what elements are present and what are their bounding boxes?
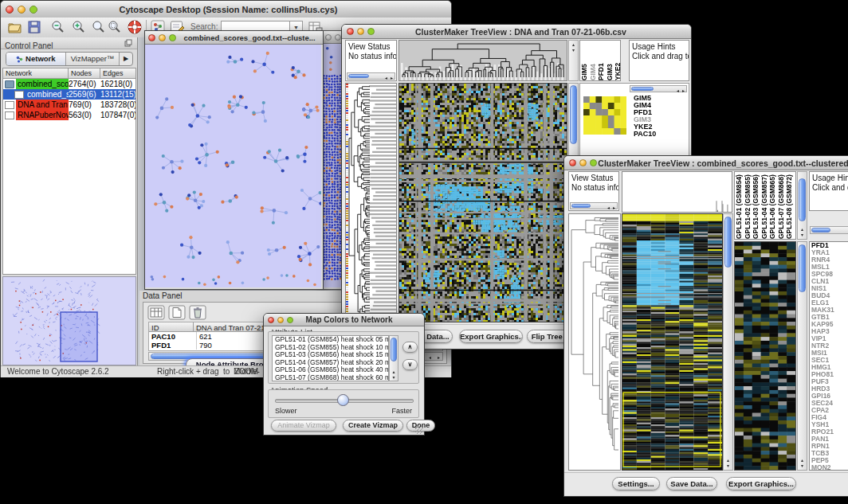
- attribute-list-item[interactable]: GPL51-07 (GSM868) heat shock 60 min: [273, 374, 388, 381]
- tv2-hints-hscrollbar[interactable]: [810, 226, 848, 234]
- scroll-thumb[interactable]: [570, 85, 577, 144]
- scroll-up-arrow[interactable]: ▴: [798, 458, 807, 463]
- tv2-heatmap[interactable]: [622, 213, 723, 471]
- scroll-thumb[interactable]: [724, 217, 732, 268]
- scroll-up-arrow[interactable]: ▴: [724, 458, 732, 463]
- minimize-button[interactable]: [357, 28, 364, 35]
- select-attributes-icon[interactable]: [147, 305, 165, 320]
- zoom-selected-icon[interactable]: [91, 20, 105, 34]
- tv1-column-dendrogram-canvas[interactable]: [399, 41, 567, 80]
- attribute-list-vscrollbar[interactable]: ▴ ▾: [389, 335, 398, 381]
- scroll-left-arrow[interactable]: ◂: [385, 75, 387, 80]
- scroll-down-arrow[interactable]: ▾: [798, 463, 807, 468]
- tv1-genes-hscrollbar[interactable]: ◂ ▸: [630, 85, 687, 92]
- dialog-titlebar[interactable]: Map Colors to Network: [264, 314, 424, 326]
- tv1-mini-heatmap-canvas[interactable]: [583, 96, 626, 135]
- scroll-right-arrow[interactable]: ▸: [682, 88, 685, 93]
- speed-slider-thumb[interactable]: [337, 394, 349, 406]
- treeview1-titlebar[interactable]: ClusterMaker TreeView : DNA and Tran 07-…: [342, 25, 691, 39]
- tv1-heatmap-canvas[interactable]: [399, 84, 567, 322]
- tv1-column-labels[interactable]: GIM5GIM4PFD1GIM3YKE2PAC10: [579, 40, 621, 81]
- minimize-button[interactable]: [335, 34, 341, 41]
- network-overview-canvas[interactable]: [3, 277, 135, 365]
- scroll-up-arrow[interactable]: ▴: [569, 42, 578, 47]
- scroll-left-arrow[interactable]: ◂: [677, 88, 679, 93]
- tv2-row-dendrogram-canvas[interactable]: [569, 214, 620, 470]
- scroll-up-arrow[interactable]: ▴: [390, 369, 398, 374]
- minimize-button[interactable]: [159, 34, 166, 41]
- attr-col-id[interactable]: ID: [149, 322, 194, 332]
- tv1-label-scroll-strip[interactable]: ▴ ▾: [568, 40, 579, 81]
- scroll-right-arrow[interactable]: ▸: [391, 75, 393, 80]
- tv2-status-hscrollbar[interactable]: ◂ ▸: [570, 202, 618, 209]
- gene-label[interactable]: PAC10: [634, 131, 656, 138]
- col-header-edges[interactable]: Edges: [100, 68, 135, 79]
- scroll-right-arrow[interactable]: ▸: [613, 205, 615, 210]
- close-button[interactable]: [325, 34, 332, 41]
- scroll-down-arrow[interactable]: ▾: [724, 463, 732, 468]
- column-label[interactable]: GPL51-02 (GSM855): [744, 172, 752, 239]
- tv2-heatmap-vscrollbar[interactable]: ▴ ▾: [723, 213, 733, 471]
- column-label[interactable]: PFD1: [597, 41, 606, 80]
- main-titlebar[interactable]: Cytoscape Desktop (Session Name: collins…: [1, 1, 451, 18]
- zoom-button[interactable]: [287, 317, 293, 323]
- network-overview-panel[interactable]: [2, 276, 136, 365]
- column-label[interactable]: GPL51-01 (GSM854): [735, 172, 744, 239]
- treeview2-titlebar[interactable]: ClusterMaker TreeView : combined_scores_…: [564, 156, 848, 170]
- tv1-heatmap[interactable]: [398, 83, 567, 322]
- tv1-row-dendrogram[interactable]: [345, 83, 397, 322]
- column-label[interactable]: GPL51-07 (GSM868): [777, 172, 786, 239]
- minimize-button[interactable]: [18, 6, 26, 14]
- resize-grip[interactable]: [415, 426, 423, 434]
- tv2-export-graphics-button[interactable]: Export Graphics...: [726, 477, 796, 490]
- tab-vizmapper[interactable]: VizMapper™: [66, 53, 120, 65]
- zoom-button[interactable]: [367, 28, 375, 35]
- scroll-down-arrow[interactable]: ▾: [798, 232, 807, 237]
- zoom-out-icon[interactable]: [50, 20, 65, 34]
- tv2-gene-list[interactable]: PFD1YRA1RNR4MSL1SPC98CLN1NIS1BUD4ELG1MAK…: [809, 241, 848, 471]
- tv2-settings-button[interactable]: Settings...: [612, 477, 660, 490]
- tab-overflow-arrow[interactable]: ▶: [120, 53, 132, 65]
- network-row[interactable]: combined_scores2764(0)16218(0): [3, 79, 135, 89]
- tv1-row-dendrogram-canvas[interactable]: [346, 84, 396, 322]
- tv2-heatmap-canvas[interactable]: [622, 214, 722, 470]
- new-attribute-icon[interactable]: [168, 305, 186, 320]
- tv2-labels-vscrollbar[interactable]: ▴ ▾: [797, 171, 807, 240]
- minimize-button[interactable]: [579, 159, 587, 166]
- scroll-thumb[interactable]: [799, 244, 806, 292]
- tv2-save-data-button[interactable]: Save Data...: [666, 477, 717, 490]
- open-session-icon[interactable]: [7, 20, 22, 34]
- tv2-column-tree-canvas[interactable]: [622, 172, 732, 212]
- help-lifebuoy-icon[interactable]: [127, 19, 143, 35]
- scroll-left-arrow[interactable]: ◂: [607, 205, 610, 210]
- scroll-thumb[interactable]: [348, 74, 369, 78]
- tab-network[interactable]: Network: [6, 53, 66, 65]
- close-button[interactable]: [569, 159, 576, 166]
- column-label[interactable]: GIM3: [606, 41, 614, 80]
- scroll-thumb[interactable]: [391, 338, 397, 361]
- tv1-export-graphics-button[interactable]: Export Graphics...: [459, 330, 523, 343]
- scroll-down-arrow[interactable]: ▾: [569, 48, 578, 53]
- close-button[interactable]: [268, 317, 274, 323]
- zoom-fit-icon[interactable]: [107, 20, 121, 34]
- column-label[interactable]: GPL51-04 (GSM857): [760, 172, 769, 239]
- scroll-thumb[interactable]: [811, 228, 830, 232]
- delete-attribute-icon[interactable]: [189, 305, 206, 320]
- scroll-thumb[interactable]: [571, 204, 591, 208]
- zoom-button[interactable]: [29, 6, 37, 14]
- network-row[interactable]: RNAPuberNov2+563(0)107847(0): [3, 110, 135, 120]
- tv2-zoom-vscrollbar[interactable]: ▴ ▾: [797, 241, 807, 471]
- column-label[interactable]: YKE2: [614, 41, 621, 80]
- move-up-button[interactable]: ∧: [402, 342, 418, 353]
- scroll-left-arrow[interactable]: ◂: [429, 354, 431, 360]
- network-row[interactable]: combined_sco2569(6)13112(15): [3, 89, 135, 100]
- column-label[interactable]: GIM5: [580, 41, 589, 80]
- tv2-column-labels[interactable]: GPL51-01 (GSM854)GPL51-02 (GSM855)GPL51-…: [734, 171, 796, 240]
- tv1-column-dendrogram[interactable]: [398, 40, 567, 81]
- col-header-network[interactable]: Network: [3, 68, 69, 79]
- close-button[interactable]: [347, 28, 354, 35]
- tv2-zoom-heatmap[interactable]: [734, 241, 796, 471]
- column-label[interactable]: GIM4: [589, 41, 598, 80]
- gene-label[interactable]: MON2: [810, 464, 848, 471]
- save-session-icon[interactable]: [27, 20, 41, 34]
